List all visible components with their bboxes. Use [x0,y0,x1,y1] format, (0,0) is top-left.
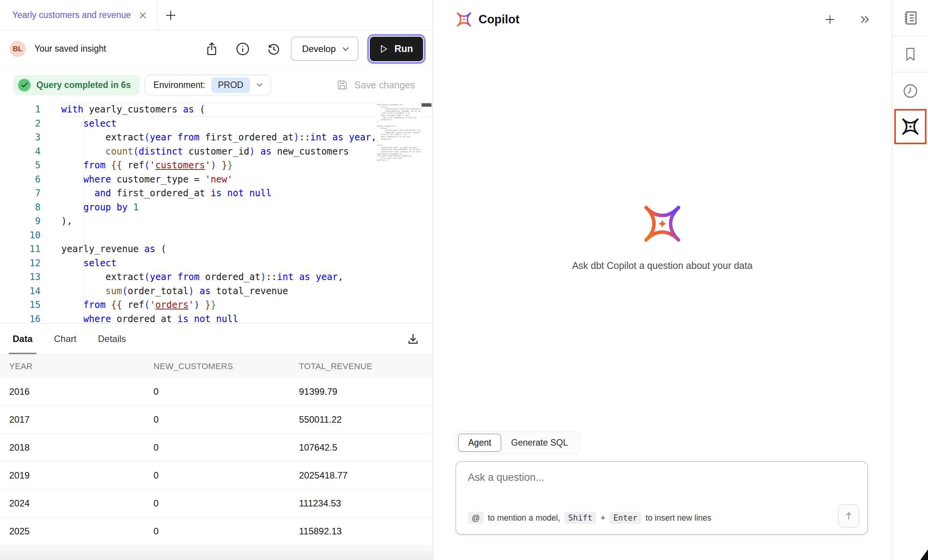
code-line[interactable]: 9), [0,214,433,228]
line-number: 5 [0,158,41,173]
code-line[interactable]: 7 and first_ordered_at is not null [0,186,433,200]
submit-question-button[interactable] [838,505,859,527]
chevron-down-icon [256,83,263,87]
hint-plus: + [600,513,605,523]
status-row: Query completed in 6s Environment: PROD … [0,67,433,103]
table-row: 2016091399.79 [0,378,433,406]
toolbar-icons [203,40,283,58]
code-line[interactable]: 12 select [0,256,433,270]
sidebar-item-copilot[interactable] [894,109,926,144]
minimap-code: with yearly_customers as ( select extrac… [377,103,421,161]
table-cell: 2017 [0,414,144,425]
share-icon [205,42,219,56]
line-number: 6 [0,173,41,187]
line-number: 2 [0,117,41,131]
code-line[interactable]: 1with yearly_customers as ( [0,103,433,117]
line-number: 15 [0,298,41,312]
sidebar-item-bookmarks[interactable] [892,36,928,73]
history-button[interactable] [265,40,283,58]
copilot-header: Copilot [456,11,874,28]
table-cell: 0 [144,526,290,537]
tab-chart[interactable]: Chart [50,324,80,354]
tab-title: Yearly customers and revenue [12,10,131,20]
sql-editor[interactable]: 1with yearly_customers as (2 select3 ext… [0,103,433,323]
code-line[interactable]: 11yearly_revenue as ( [0,242,433,256]
code-line[interactable]: 10 [0,228,433,243]
mode-generate-sql-button[interactable]: Generate SQL [501,434,578,451]
save-changes-button[interactable]: Save changes [336,79,415,91]
code-line[interactable]: 8 group by 1 [0,200,433,215]
query-status-badge: Query completed in 6s [13,75,140,95]
line-number: 8 [0,200,41,215]
line-number: 13 [0,270,41,284]
double-chevron-right-icon [860,15,871,24]
save-changes-label: Save changes [355,80,415,91]
sidebar-item-outline[interactable] [892,0,928,36]
code-line[interactable]: 13 extract(year from ordered_at)::int as… [0,270,433,284]
table-row: 201902025418.77 [0,462,433,490]
code-line[interactable]: 2 select [0,117,433,131]
dbt-copilot-logo-icon [456,11,472,28]
line-number: 16 [0,312,41,324]
column-header: NEW_CUSTOMERS [144,361,290,371]
hint-newlines-text: to insert new lines [645,513,711,523]
new-tab-button[interactable] [157,0,184,30]
tab-yearly-customers-and-revenue[interactable]: Yearly customers and revenue [0,0,157,30]
line-number: 4 [0,145,41,159]
code-line[interactable]: 6 where customer_type = 'new' [0,173,433,187]
query-status-text: Query completed in 6s [36,80,131,90]
collapse-panel-button[interactable] [856,11,874,28]
table-cell: 2018 [0,442,144,453]
code-line[interactable]: 16 where ordered_at is not null [0,312,433,324]
dbt-copilot-icon [901,117,920,136]
avatar: BL [10,41,26,57]
code-line[interactable]: 15 from {{ ref('orders') }} [0,298,433,312]
copilot-empty-state: Ask dbt Copilot a question about your da… [433,200,892,271]
code-line[interactable]: 14 sum(order_total) as total_revenue [0,284,433,298]
results-table-body: 2016091399.7920170550011.2220180107642.5… [0,378,433,545]
download-button[interactable] [404,330,422,348]
table-row: 20170550011.22 [0,406,433,434]
table-cell: 111234.53 [290,498,433,509]
code-lines: 1with yearly_customers as (2 select3 ext… [0,103,433,323]
hint-mention-text: to mention a model, [488,513,560,523]
code-line[interactable]: 5 from {{ ref('customers') }} [0,158,433,173]
line-number: 9 [0,214,41,228]
history-icon [266,42,281,56]
run-button[interactable]: Run [370,37,423,61]
minimap[interactable]: with yearly_customers as ( select extrac… [377,103,421,323]
tab-data[interactable]: Data [9,324,36,354]
sidebar-item-history[interactable] [892,73,928,109]
line-number: 14 [0,284,41,298]
table-cell: 2019 [0,470,144,481]
code-line[interactable]: 3 extract(year from first_ordered_at)::i… [0,130,433,145]
copilot-question-input[interactable]: Ask a question... @ to mention a model, … [456,461,868,535]
editor-scrollbar[interactable] [422,103,431,107]
mode-agent-button[interactable]: Agent [458,434,501,452]
dbt-copilot-logo [642,200,683,247]
table-cell: 2025 [0,526,144,537]
insight-title: Your saved insight [34,44,106,54]
info-button[interactable] [234,40,252,58]
line-number: 12 [0,256,41,270]
tab-details[interactable]: Details [94,324,130,354]
column-header: YEAR [0,361,144,371]
info-icon [235,42,250,56]
new-chat-button[interactable] [821,11,839,28]
share-button[interactable] [203,40,221,58]
indent-guide [83,103,84,323]
environment-label: Environment: [154,80,206,90]
code-line[interactable]: 4 count(distinct customer_id) as new_cus… [0,145,433,159]
table-cell: 91399.79 [290,386,433,397]
table-cell: 0 [144,470,290,481]
table-cell: 0 [144,498,290,509]
environment-selector[interactable]: Environment: PROD [145,75,271,95]
develop-dropdown[interactable]: Develop [291,37,358,61]
run-label: Run [394,43,413,54]
download-icon [406,332,420,346]
table-cell: 115892.13 [290,526,433,537]
develop-label: Develop [302,44,336,54]
close-icon[interactable] [139,11,147,20]
line-number: 1 [0,103,41,117]
results-footer [0,545,433,560]
